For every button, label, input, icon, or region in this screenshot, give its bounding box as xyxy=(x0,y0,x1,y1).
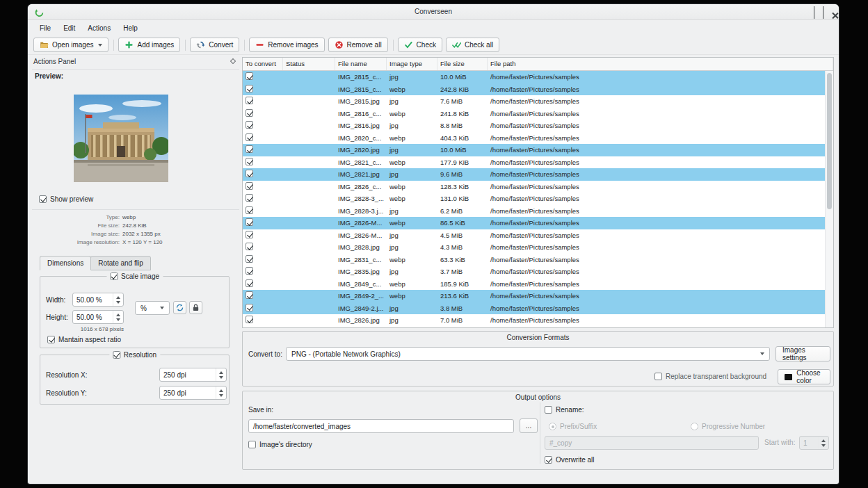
table-row[interactable]: IMG_2835.jpgjpg3.7 MiB/home/faster/Pictu… xyxy=(243,266,825,278)
spin-arrows-icon[interactable] xyxy=(216,368,226,381)
to-convert-checkbox[interactable] xyxy=(246,72,253,80)
scrollbar-thumb[interactable] xyxy=(827,73,832,209)
height-spinbox[interactable]: 50.00 % xyxy=(72,310,124,324)
spin-arrows-icon[interactable] xyxy=(818,437,828,449)
add-images-button[interactable]: Add images xyxy=(118,38,180,52)
to-convert-checkbox[interactable] xyxy=(246,231,253,238)
table-row[interactable]: IMG_2828-3.j...jpg6.2 MiB/home/faster/Pi… xyxy=(243,205,825,218)
unit-combobox[interactable]: % xyxy=(135,301,170,315)
to-convert-checkbox[interactable] xyxy=(246,267,253,275)
to-convert-checkbox[interactable] xyxy=(246,121,253,129)
column-file-size[interactable]: File size xyxy=(437,58,488,70)
rename-pattern-input[interactable]: #_copy xyxy=(545,436,759,450)
to-convert-checkbox[interactable] xyxy=(246,218,253,226)
column-to-convert[interactable]: To convert xyxy=(243,58,283,70)
refresh-button[interactable] xyxy=(173,301,186,314)
column-status[interactable]: Status xyxy=(283,58,335,70)
vertical-scrollbar[interactable] xyxy=(825,71,833,327)
to-convert-checkbox[interactable] xyxy=(246,279,253,287)
to-convert-checkbox[interactable] xyxy=(246,158,253,165)
spin-arrows-icon[interactable] xyxy=(216,387,226,399)
lock-aspect-button[interactable] xyxy=(189,301,202,314)
maintain-aspect-checkbox[interactable]: Mantain aspect ratio xyxy=(47,336,121,343)
table-row[interactable]: IMG_2849_c...webp185.9 KiB/home/faster/P… xyxy=(243,278,825,291)
open-images-button[interactable]: Open images xyxy=(33,38,108,52)
to-convert-checkbox[interactable] xyxy=(246,109,253,117)
table-row[interactable]: IMG_2826-M...webp86.5 KiB/home/faster/Pi… xyxy=(243,217,825,229)
table-row[interactable]: IMG_2849-2_...webp213.6 KiB/home/faster/… xyxy=(243,290,825,302)
images-directory-checkbox[interactable]: Image's directory xyxy=(248,441,312,448)
to-convert-checkbox[interactable] xyxy=(246,133,253,141)
table-row[interactable]: IMG_2820.jpgjpg10.0 MiB/home/faster/Pict… xyxy=(243,144,825,156)
table-row[interactable]: IMG_2826.jpgjpg7.0 MiB/home/faster/Pictu… xyxy=(243,314,825,327)
choose-color-button[interactable]: Choose color xyxy=(778,369,830,384)
save-path-input[interactable]: /home/faster/converted_images xyxy=(248,419,514,433)
overwrite-all-checkbox[interactable]: Overwrite all xyxy=(545,456,595,464)
titlebar[interactable]: Converseen xyxy=(28,4,839,20)
to-convert-checkbox[interactable] xyxy=(246,194,253,202)
to-convert-checkbox[interactable] xyxy=(246,85,253,92)
rename-checkbox[interactable]: Rename: xyxy=(545,406,584,414)
to-convert-checkbox[interactable] xyxy=(246,206,253,214)
to-convert-checkbox[interactable] xyxy=(246,97,253,104)
table-row[interactable]: IMG_2821_c...webp177.9 KiB/home/faster/P… xyxy=(243,156,825,169)
menu-help[interactable]: Help xyxy=(117,22,144,34)
convert-button[interactable]: Convert xyxy=(190,38,239,52)
remove-images-button[interactable]: Remove images xyxy=(249,38,324,52)
table-row[interactable]: IMG_2820_c...webp404.3 KiB/home/faster/P… xyxy=(243,132,825,145)
remove-all-button[interactable]: Remove all xyxy=(328,38,388,52)
to-convert-checkbox[interactable] xyxy=(246,255,253,263)
table-row[interactable]: IMG_2849-2.j...jpg3.8 MiB/home/faster/Pi… xyxy=(243,302,825,315)
images-settings-button[interactable]: Images settings xyxy=(775,346,830,361)
checkbox-indicator xyxy=(113,351,120,359)
resolution-y-spinbox[interactable]: 250 dpi xyxy=(159,386,227,400)
to-convert-checkbox[interactable] xyxy=(246,170,253,177)
to-convert-checkbox[interactable] xyxy=(246,243,253,250)
tab-rotate-flip[interactable]: Rotate and flip xyxy=(90,256,151,270)
table-row[interactable]: IMG_2828-3_...webp131.0 KiB/home/faster/… xyxy=(243,193,825,205)
maximize-icon[interactable] xyxy=(823,6,823,19)
table-row[interactable]: IMG_2816_c...webp241.8 KiB/home/faster/P… xyxy=(243,108,825,120)
scale-image-checkbox[interactable]: Scale image xyxy=(110,273,159,280)
to-convert-checkbox[interactable] xyxy=(246,316,253,323)
resolution-checkbox[interactable]: Resolution xyxy=(113,351,156,359)
column-file-name[interactable]: File name xyxy=(335,58,387,70)
to-convert-checkbox[interactable] xyxy=(246,291,253,299)
float-panel-icon[interactable] xyxy=(230,58,236,64)
resolution-x-spinbox[interactable]: 250 dpi xyxy=(159,368,227,382)
to-convert-checkbox[interactable] xyxy=(246,182,253,190)
column-file-path[interactable]: File path xyxy=(488,58,833,70)
start-with-spinbox[interactable]: 1 xyxy=(799,436,829,450)
menu-file[interactable]: File xyxy=(33,22,57,34)
table-row[interactable]: IMG_2815_c...jpg10.0 MiB/home/faster/Pic… xyxy=(243,71,825,83)
menu-actions[interactable]: Actions xyxy=(81,22,117,34)
check-button[interactable]: Check xyxy=(398,38,442,52)
menu-edit[interactable]: Edit xyxy=(57,22,81,34)
minimize-icon[interactable] xyxy=(814,6,814,19)
spin-arrows-icon[interactable] xyxy=(113,311,123,323)
table-row[interactable]: IMG_2815.jpgjpg7.6 MiB/home/faster/Pictu… xyxy=(243,95,825,108)
spin-arrows-icon[interactable] xyxy=(113,293,123,306)
table-header[interactable]: To convert Status File name Image type F… xyxy=(243,58,833,71)
table-row[interactable]: IMG_2821.jpgjpg9.6 MiB/home/faster/Pictu… xyxy=(243,168,825,181)
tab-dimensions[interactable]: Dimensions xyxy=(40,256,91,270)
to-convert-checkbox[interactable] xyxy=(246,304,253,311)
browse-button[interactable]: ... xyxy=(520,418,538,433)
toolbar-button-label: Remove all xyxy=(347,41,382,49)
table-row[interactable]: IMG_2816.jpgjpg8.8 MiB/home/faster/Pictu… xyxy=(243,120,825,132)
to-convert-cell xyxy=(243,218,283,227)
table-row[interactable]: IMG_2815_c...webp242.8 KiB/home/faster/P… xyxy=(243,83,825,96)
to-convert-checkbox[interactable] xyxy=(246,145,253,153)
show-preview-checkbox[interactable]: Show preview xyxy=(39,195,93,203)
check-all-button[interactable]: Check all xyxy=(446,38,499,52)
width-spinbox[interactable]: 50.00 % xyxy=(72,293,124,307)
column-image-type[interactable]: Image type xyxy=(387,58,437,70)
progressive-number-radio[interactable]: Progressive Number xyxy=(691,423,765,430)
table-row[interactable]: IMG_2826_c...webp128.3 KiB/home/faster/P… xyxy=(243,181,825,193)
table-row[interactable]: IMG_2831_c...webp63.3 KiB/home/faster/Pi… xyxy=(243,254,825,266)
prefix-suffix-radio[interactable]: Prefix/Suffix xyxy=(549,423,597,430)
table-row[interactable]: IMG_2826-M...jpg4.5 MiB/home/faster/Pict… xyxy=(243,229,825,242)
replace-background-checkbox[interactable]: Replace transparent background xyxy=(654,373,766,380)
format-combobox[interactable]: PNG - (Portable Network Graphics) xyxy=(286,347,770,361)
table-row[interactable]: IMG_2828.jpgjpg4.3 MiB/home/faster/Pictu… xyxy=(243,241,825,254)
